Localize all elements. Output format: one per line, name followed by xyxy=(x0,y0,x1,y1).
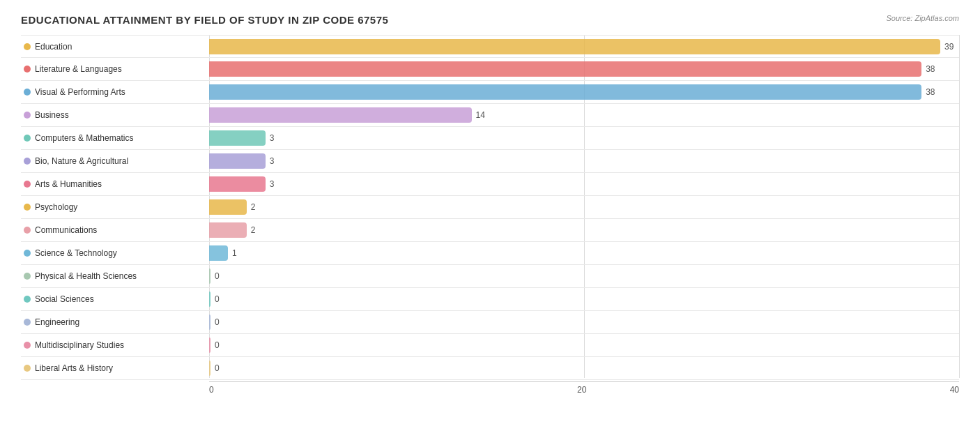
bar-fill-5 xyxy=(209,153,266,169)
bar-dot-5 xyxy=(24,158,31,165)
bar-label-14: Liberal Arts & History xyxy=(21,363,209,373)
bar-label-10: Physical & Health Sciences xyxy=(21,271,209,281)
chart-title: EDUCATIONAL ATTAINMENT BY FIELD OF STUDY… xyxy=(21,14,388,26)
bar-value-5: 3 xyxy=(270,156,275,166)
bar-dot-12 xyxy=(24,319,31,326)
bar-label-text-1: Literature & Languages xyxy=(35,64,122,74)
bar-value-1: 38 xyxy=(926,64,935,74)
bar-label-13: Multidisciplinary Studies xyxy=(21,340,209,350)
bar-label-text-0: Education xyxy=(35,42,72,52)
bar-row: Engineering0 xyxy=(21,311,959,334)
bar-value-6: 3 xyxy=(270,179,275,189)
x-axis-label-0: 0 xyxy=(209,385,214,395)
bar-fill-11 xyxy=(209,291,210,307)
bar-container-3: 14 xyxy=(209,104,959,126)
bar-row: Bio, Nature & Agricultural3 xyxy=(21,150,959,173)
bar-label-7: Psychology xyxy=(21,202,209,212)
bar-row: Visual & Performing Arts38 xyxy=(21,81,959,104)
bar-dot-10 xyxy=(24,273,31,280)
bar-label-0: Education xyxy=(21,42,209,52)
bar-dot-2 xyxy=(24,89,31,96)
bar-fill-13 xyxy=(209,337,210,353)
chart-wrapper: Education39Literature & Languages38Visua… xyxy=(21,35,959,395)
bar-label-11: Social Sciences xyxy=(21,294,209,304)
bar-label-3: Business xyxy=(21,110,209,120)
chart-area: Education39Literature & Languages38Visua… xyxy=(21,35,959,380)
bar-fill-1 xyxy=(209,61,921,77)
bar-dot-4 xyxy=(24,135,31,142)
bar-container-14: 0 xyxy=(209,357,959,379)
bar-label-text-3: Business xyxy=(35,110,69,120)
bar-dot-1 xyxy=(24,66,31,73)
bar-row: Science & Technology1 xyxy=(21,242,959,265)
page-container: EDUCATIONAL ATTAINMENT BY FIELD OF STUDY… xyxy=(21,14,959,395)
bar-label-1: Literature & Languages xyxy=(21,64,209,74)
bar-label-text-4: Computers & Mathematics xyxy=(35,133,133,143)
bar-container-6: 3 xyxy=(209,173,959,195)
bar-label-6: Arts & Humanities xyxy=(21,179,209,189)
bar-fill-8 xyxy=(209,222,247,238)
bar-fill-2 xyxy=(209,84,921,100)
bar-row: Multidisciplinary Studies0 xyxy=(21,334,959,357)
bar-dot-3 xyxy=(24,112,31,119)
bar-label-text-5: Bio, Nature & Agricultural xyxy=(35,156,128,166)
bar-dot-11 xyxy=(24,296,31,303)
bar-value-4: 3 xyxy=(270,133,275,143)
bar-container-10: 0 xyxy=(209,265,959,287)
grid-line-2 xyxy=(959,35,960,378)
bar-fill-7 xyxy=(209,199,247,215)
bar-row: Social Sciences0 xyxy=(21,288,959,311)
bar-value-7: 2 xyxy=(251,202,256,212)
bar-label-8: Communications xyxy=(21,225,209,235)
x-axis: 02040 xyxy=(209,381,959,395)
bar-fill-14 xyxy=(209,361,210,376)
bar-label-text-10: Physical & Health Sciences xyxy=(35,271,137,281)
bar-value-14: 0 xyxy=(215,363,220,373)
bar-container-7: 2 xyxy=(209,196,959,218)
bar-value-11: 0 xyxy=(215,294,220,304)
bar-row: Communications2 xyxy=(21,219,959,242)
bar-container-2: 38 xyxy=(209,81,959,103)
bar-fill-6 xyxy=(209,176,266,192)
bar-dot-7 xyxy=(24,204,31,211)
bar-label-text-13: Multidisciplinary Studies xyxy=(35,340,124,350)
bar-value-13: 0 xyxy=(215,340,220,350)
bar-row: Literature & Languages38 xyxy=(21,58,959,81)
bar-label-text-7: Psychology xyxy=(35,202,77,212)
x-axis-label-2: 40 xyxy=(950,385,959,395)
bar-dot-14 xyxy=(24,365,31,372)
bar-container-4: 3 xyxy=(209,127,959,149)
bar-value-9: 1 xyxy=(232,248,237,258)
bar-row: Physical & Health Sciences0 xyxy=(21,265,959,288)
bar-label-2: Visual & Performing Arts xyxy=(21,87,209,97)
bar-container-9: 1 xyxy=(209,242,959,264)
bar-value-12: 0 xyxy=(215,317,220,327)
bar-value-2: 38 xyxy=(926,87,935,97)
bar-row: Arts & Humanities3 xyxy=(21,173,959,196)
bar-label-text-8: Communications xyxy=(35,225,97,235)
bar-fill-0 xyxy=(209,39,940,54)
bar-label-text-14: Liberal Arts & History xyxy=(35,363,113,373)
bar-container-5: 3 xyxy=(209,150,959,172)
bar-dot-8 xyxy=(24,227,31,234)
bar-fill-4 xyxy=(209,130,266,146)
bar-label-9: Science & Technology xyxy=(21,248,209,258)
bar-value-3: 14 xyxy=(476,110,485,120)
bar-label-text-2: Visual & Performing Arts xyxy=(35,87,125,97)
source-credit: Source: ZipAtlas.com xyxy=(886,14,959,22)
bar-row: Education39 xyxy=(21,35,959,58)
bar-container-8: 2 xyxy=(209,219,959,241)
bar-label-text-6: Arts & Humanities xyxy=(35,179,102,189)
x-axis-label-1: 20 xyxy=(577,385,586,395)
bar-container-11: 0 xyxy=(209,288,959,310)
bar-row: Liberal Arts & History0 xyxy=(21,357,959,380)
bar-value-0: 39 xyxy=(944,42,954,52)
bar-container-1: 38 xyxy=(209,58,959,80)
bar-label-text-9: Science & Technology xyxy=(35,248,117,258)
bar-row: Psychology2 xyxy=(21,196,959,219)
bar-dot-9 xyxy=(24,250,31,257)
bar-value-8: 2 xyxy=(251,225,256,235)
bar-label-4: Computers & Mathematics xyxy=(21,133,209,143)
bar-container-12: 0 xyxy=(209,311,959,333)
bar-dot-6 xyxy=(24,181,31,188)
